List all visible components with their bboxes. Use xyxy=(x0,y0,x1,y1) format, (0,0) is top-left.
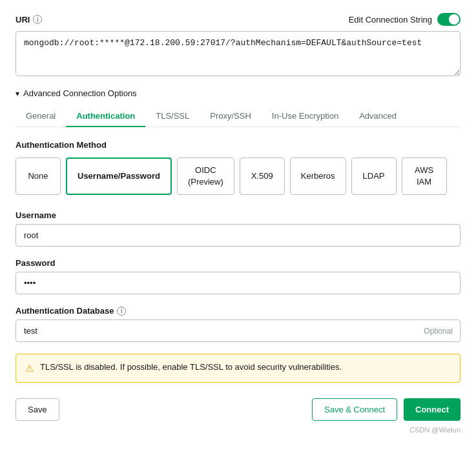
username-label: Username xyxy=(16,210,460,220)
tab-advanced[interactable]: Advanced xyxy=(349,106,407,127)
advanced-options-toggle[interactable]: ▾ Advanced Connection Options xyxy=(16,88,460,98)
auth-method-x509[interactable]: X.509 xyxy=(240,157,285,195)
uri-input[interactable]: mongodb://root:*****@172.18.200.59:27017… xyxy=(16,31,460,76)
auth-method-oidc[interactable]: OIDC(Preview) xyxy=(177,157,234,195)
advanced-options-label: Advanced Connection Options xyxy=(23,88,137,98)
username-input[interactable] xyxy=(16,224,460,247)
save-connect-button[interactable]: Save & Connect xyxy=(312,398,397,421)
edit-connection-toggle[interactable] xyxy=(437,13,460,26)
auth-method-username-password[interactable]: Username/Password xyxy=(66,157,172,195)
auth-db-label: Authentication Database i xyxy=(16,306,460,316)
tls-warning-banner: ⚠ TLS/SSL is disabled. If possible, enab… xyxy=(16,354,460,383)
footer: Save Save & Connect Connect xyxy=(16,396,460,421)
tab-in-use-encryption[interactable]: In-Use Encryption xyxy=(262,106,349,127)
footer-right: Save & Connect Connect xyxy=(312,398,460,421)
warning-text: TLS/SSL is disabled. If possible, enable… xyxy=(40,362,342,372)
auth-method-kerberos[interactable]: Kerberos xyxy=(290,157,346,195)
auth-method-label: Authentication Method xyxy=(16,140,460,150)
username-field-group: Username xyxy=(16,210,460,247)
auth-db-label-text: Authentication Database xyxy=(16,306,114,316)
tab-proxy-ssh[interactable]: Proxy/SSH xyxy=(200,106,262,127)
auth-db-info-icon[interactable]: i xyxy=(117,307,126,316)
edit-connection-string-toggle[interactable]: Edit Connection String xyxy=(349,13,460,26)
auth-method-none[interactable]: None xyxy=(16,157,61,195)
password-field-group: Password xyxy=(16,258,460,294)
connect-button[interactable]: Connect xyxy=(404,398,460,421)
uri-info-icon[interactable]: i xyxy=(33,15,42,24)
auth-db-wrapper: Optional xyxy=(16,319,460,342)
tab-authentication[interactable]: Authentication xyxy=(66,106,145,127)
connection-tabs: General Authentication TLS/SSL Proxy/SSH… xyxy=(16,106,460,127)
save-button[interactable]: Save xyxy=(16,398,59,421)
auth-methods-group: None Username/Password OIDC(Preview) X.5… xyxy=(16,157,460,195)
warning-icon: ⚠ xyxy=(25,363,34,374)
auth-db-input[interactable] xyxy=(16,319,460,342)
auth-method-aws-iam[interactable]: AWSIAM xyxy=(402,157,447,195)
uri-label: URI i xyxy=(16,15,42,25)
chevron-down-icon: ▾ xyxy=(16,89,19,98)
password-input[interactable] xyxy=(16,272,460,294)
edit-connection-label: Edit Connection String xyxy=(349,15,432,25)
auth-db-field-group: Authentication Database i Optional xyxy=(16,306,460,342)
watermark: CSDN @Wielun xyxy=(16,426,460,434)
password-label: Password xyxy=(16,258,460,268)
tab-tls-ssl[interactable]: TLS/SSL xyxy=(145,106,200,127)
tab-general[interactable]: General xyxy=(16,106,66,127)
uri-text: URI xyxy=(16,15,30,25)
auth-method-ldap[interactable]: LDAP xyxy=(351,157,397,195)
